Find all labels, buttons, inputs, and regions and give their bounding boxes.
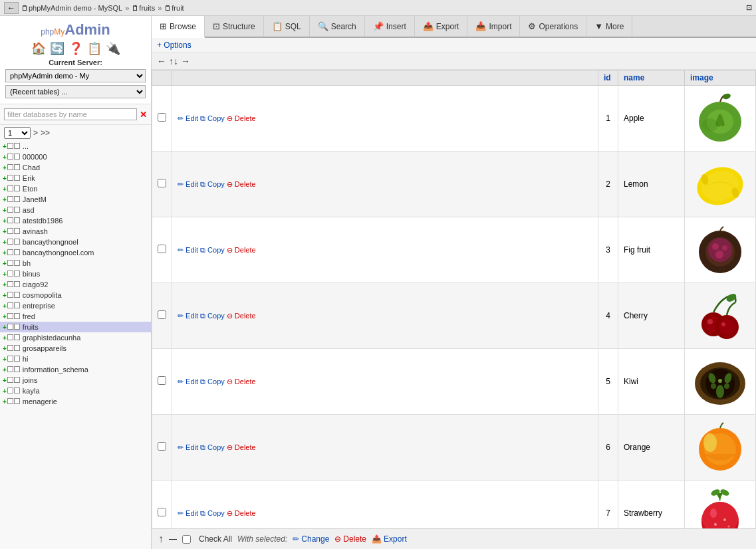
delete-action[interactable]: ⊖ Delete xyxy=(334,534,366,544)
sidebar-db-item[interactable]: + bancaythongnoel xyxy=(0,237,151,247)
sidebar-db-item[interactable]: + Eton xyxy=(0,183,151,194)
db-expand-icon[interactable]: + xyxy=(3,260,7,267)
db-expand-icon[interactable]: + xyxy=(3,292,7,299)
row-checkbox[interactable] xyxy=(158,245,166,253)
tab-operations[interactable]: ⚙ Operations xyxy=(520,16,586,37)
delete-button[interactable]: ⊖ Delete xyxy=(227,312,256,320)
home-icon[interactable]: 🏠 xyxy=(31,41,46,56)
tab-structure[interactable]: ⊡ Structure xyxy=(205,16,264,37)
filter-input[interactable] xyxy=(4,108,137,120)
export-action[interactable]: 📤 Export xyxy=(372,534,407,544)
db-expand-icon[interactable]: + xyxy=(3,154,7,161)
sidebar-db-item[interactable]: + graphistedacunha xyxy=(0,332,151,343)
tab-sql[interactable]: 📋 SQL xyxy=(264,16,310,37)
edit-button[interactable]: ✏ Edit xyxy=(178,378,198,386)
tab-more[interactable]: ▼ More xyxy=(586,16,632,37)
last-page-button[interactable]: >> xyxy=(41,128,50,138)
db-expand-icon[interactable]: + xyxy=(3,249,7,257)
tab-import[interactable]: 📥 Import xyxy=(467,16,520,37)
sidebar-db-item[interactable]: + asd xyxy=(0,205,151,215)
sidebar-db-item[interactable]: + 000000 xyxy=(0,152,151,162)
sidebar-db-item[interactable]: + fred xyxy=(0,311,151,322)
db-expand-icon[interactable]: + xyxy=(3,271,7,278)
options-link[interactable]: + Options xyxy=(157,41,191,50)
check-all-label[interactable]: Check All xyxy=(199,534,232,544)
tab-insert[interactable]: 📌 Insert xyxy=(365,16,415,37)
db-expand-icon[interactable]: + xyxy=(3,164,7,171)
sidebar-db-item[interactable]: + kayla xyxy=(0,385,151,396)
sidebar-db-item[interactable]: + JanetM xyxy=(0,194,151,205)
tab-browse[interactable]: ⊞ Browse xyxy=(152,16,205,38)
db-expand-icon[interactable]: + xyxy=(3,207,7,214)
help-icon[interactable]: ❓ xyxy=(68,41,83,56)
logout-icon[interactable]: 🔌 xyxy=(106,41,120,56)
db-expand-icon[interactable]: + xyxy=(3,196,7,203)
sidebar-db-item[interactable]: + bh xyxy=(0,258,151,269)
db-expand-icon[interactable]: + xyxy=(3,377,7,384)
delete-button[interactable]: ⊖ Delete xyxy=(227,114,256,123)
edit-button[interactable]: ✏ Edit xyxy=(178,443,198,452)
tab-search[interactable]: 🔍 Search xyxy=(310,16,365,37)
sidebar-db-item[interactable]: + grosappareils xyxy=(0,343,151,354)
db-expand-icon[interactable]: + xyxy=(3,334,7,342)
page-select[interactable]: 1 xyxy=(4,127,31,139)
server-select[interactable]: phpMyAdmin demo - My xyxy=(5,69,146,82)
col-sort-name[interactable]: name xyxy=(624,73,644,82)
db-expand-icon[interactable]: + xyxy=(3,302,7,310)
copy-button[interactable]: ⧉ Copy xyxy=(200,509,225,518)
sidebar-db-item[interactable]: + binus xyxy=(0,269,151,279)
tab-export[interactable]: 📤 Export xyxy=(415,16,468,37)
filter-clear-button[interactable]: ✕ xyxy=(140,110,147,120)
col-sort-id[interactable]: id xyxy=(604,73,611,82)
row-checkbox[interactable] xyxy=(158,113,166,122)
db-expand-icon[interactable]: + xyxy=(3,387,7,395)
sidebar-db-item[interactable]: + avinash xyxy=(0,226,151,237)
delete-button[interactable]: ⊖ Delete xyxy=(227,180,256,189)
check-all-checkbox[interactable] xyxy=(182,535,191,544)
row-checkbox[interactable] xyxy=(158,442,166,451)
delete-button[interactable]: ⊖ Delete xyxy=(227,246,256,255)
edit-button[interactable]: ✏ Edit xyxy=(178,114,198,123)
sidebar-db-item[interactable]: + joins xyxy=(0,375,151,385)
sidebar-db-item[interactable]: + hi xyxy=(0,354,151,364)
db-expand-icon[interactable]: + xyxy=(3,239,7,246)
sidebar-db-item[interactable]: + information_schema xyxy=(0,364,151,375)
db-expand-icon[interactable]: + xyxy=(3,228,7,235)
col-sort-image[interactable]: image xyxy=(690,73,713,82)
edit-button[interactable]: ✏ Edit xyxy=(178,246,198,255)
delete-button[interactable]: ⊖ Delete xyxy=(227,378,256,386)
sidebar-db-item[interactable]: + ciago92 xyxy=(0,279,151,290)
sidebar-db-item[interactable]: + cosmopolita xyxy=(0,290,151,300)
db-expand-icon[interactable]: + xyxy=(3,175,7,182)
sidebar-db-item[interactable]: + ... xyxy=(0,141,151,152)
sidebar-db-item[interactable]: + entreprise xyxy=(0,300,151,311)
change-action[interactable]: ✏ Change xyxy=(293,534,329,544)
maximize-button[interactable]: ⊡ xyxy=(746,3,752,12)
copy-button[interactable]: ⧉ Copy xyxy=(200,312,225,320)
copy-button[interactable]: ⧉ Copy xyxy=(200,378,225,386)
sort-button[interactable]: ↑↓ xyxy=(169,56,178,66)
delete-button[interactable]: ⊖ Delete xyxy=(227,443,256,452)
row-checkbox[interactable] xyxy=(158,376,166,385)
db-expand-icon[interactable]: + xyxy=(3,217,7,225)
db-expand-icon[interactable]: + xyxy=(3,185,7,193)
sidebar-db-item[interactable]: + fruits xyxy=(0,322,151,332)
docs-icon[interactable]: 📋 xyxy=(87,41,102,56)
db-expand-icon[interactable]: + xyxy=(3,398,7,405)
delete-button[interactable]: ⊖ Delete xyxy=(227,509,256,518)
db-expand-icon[interactable]: + xyxy=(3,143,7,150)
copy-button[interactable]: ⧉ Copy xyxy=(200,114,225,123)
db-expand-icon[interactable]: + xyxy=(3,324,7,331)
db-expand-icon[interactable]: + xyxy=(3,345,7,352)
row-checkbox[interactable] xyxy=(158,508,166,516)
db-expand-icon[interactable]: + xyxy=(3,281,7,288)
db-expand-icon[interactable]: + xyxy=(3,366,7,374)
last-row-button[interactable]: → xyxy=(181,56,190,66)
row-checkbox[interactable] xyxy=(158,179,166,187)
sidebar-db-item[interactable]: + Chad xyxy=(0,162,151,173)
edit-button[interactable]: ✏ Edit xyxy=(178,312,198,320)
refresh-icon[interactable]: 🔄 xyxy=(50,41,64,56)
db-expand-icon[interactable]: + xyxy=(3,313,7,320)
sidebar-db-item[interactable]: + Erik xyxy=(0,173,151,183)
edit-button[interactable]: ✏ Edit xyxy=(178,180,198,189)
